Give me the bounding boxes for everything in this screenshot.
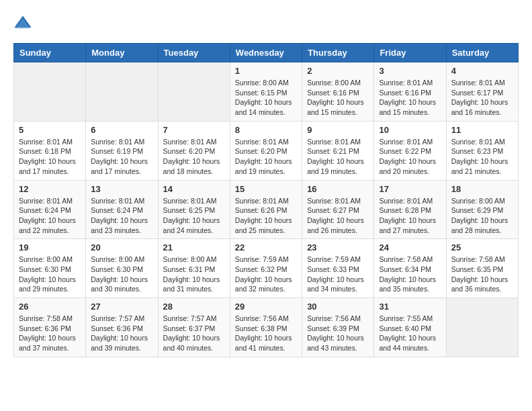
logo [13,13,35,32]
calendar-cell: 1Sunrise: 8:00 AMSunset: 6:15 PMDaylight… [230,62,302,122]
calendar-cell: 2Sunrise: 8:00 AMSunset: 6:16 PMDaylight… [302,62,374,122]
day-info: Sunrise: 7:55 AMSunset: 6:40 PMDaylight:… [379,314,441,353]
day-info: Sunrise: 8:01 AMSunset: 6:19 PMDaylight:… [91,137,152,177]
calendar-week-row: 26Sunrise: 7:58 AMSunset: 6:36 PMDayligh… [14,298,519,357]
day-number: 30 [307,302,369,312]
day-info: Sunrise: 8:00 AMSunset: 6:31 PMDaylight:… [163,255,225,294]
calendar-cell: 30Sunrise: 7:56 AMSunset: 6:39 PMDayligh… [302,298,374,357]
day-number: 12 [19,184,81,194]
day-info: Sunrise: 8:01 AMSunset: 6:22 PMDaylight:… [379,137,441,177]
calendar-cell [86,62,158,122]
calendar-cell: 4Sunrise: 8:01 AMSunset: 6:17 PMDaylight… [446,62,518,122]
calendar-cell: 3Sunrise: 8:01 AMSunset: 6:16 PMDaylight… [374,62,446,122]
calendar-cell: 14Sunrise: 8:01 AMSunset: 6:25 PMDayligh… [158,180,230,239]
day-info: Sunrise: 8:00 AMSunset: 6:15 PMDaylight:… [235,78,297,118]
day-info: Sunrise: 8:00 AMSunset: 6:29 PMDaylight:… [451,196,513,236]
day-info: Sunrise: 7:56 AMSunset: 6:39 PMDaylight:… [307,314,369,353]
day-number: 2 [307,66,369,76]
day-info: Sunrise: 7:59 AMSunset: 6:32 PMDaylight:… [235,255,297,294]
calendar-cell: 5Sunrise: 8:01 AMSunset: 6:18 PMDaylight… [14,121,86,180]
calendar-cell: 11Sunrise: 8:01 AMSunset: 6:23 PMDayligh… [446,121,518,180]
day-info: Sunrise: 7:58 AMSunset: 6:36 PMDaylight:… [19,314,81,353]
calendar-cell [158,62,230,122]
day-number: 9 [307,125,369,135]
calendar-cell: 17Sunrise: 8:01 AMSunset: 6:28 PMDayligh… [374,180,446,239]
day-info: Sunrise: 7:59 AMSunset: 6:33 PMDaylight:… [307,255,369,294]
weekday-header: Saturday [446,44,518,62]
day-number: 18 [451,184,513,194]
day-number: 15 [235,184,297,194]
day-info: Sunrise: 8:01 AMSunset: 6:20 PMDaylight:… [163,137,225,177]
calendar-cell: 31Sunrise: 7:55 AMSunset: 6:40 PMDayligh… [374,298,446,357]
calendar-cell: 28Sunrise: 7:57 AMSunset: 6:37 PMDayligh… [158,298,230,357]
day-number: 20 [91,242,152,253]
day-info: Sunrise: 8:01 AMSunset: 6:26 PMDaylight:… [235,196,297,236]
day-info: Sunrise: 8:01 AMSunset: 6:20 PMDaylight:… [235,137,297,177]
calendar-cell: 9Sunrise: 8:01 AMSunset: 6:21 PMDaylight… [302,121,374,180]
weekday-header: Monday [86,44,158,62]
day-number: 24 [379,242,441,253]
calendar-cell: 7Sunrise: 8:01 AMSunset: 6:20 PMDaylight… [158,121,230,180]
day-info: Sunrise: 8:01 AMSunset: 6:21 PMDaylight:… [307,137,369,177]
day-number: 21 [163,242,225,253]
day-number: 4 [451,66,513,76]
calendar-week-row: 19Sunrise: 8:00 AMSunset: 6:30 PMDayligh… [14,239,519,298]
day-info: Sunrise: 8:01 AMSunset: 6:17 PMDaylight:… [451,78,513,118]
day-info: Sunrise: 8:00 AMSunset: 6:16 PMDaylight:… [307,78,369,118]
day-info: Sunrise: 8:00 AMSunset: 6:30 PMDaylight:… [91,255,152,294]
calendar-cell: 15Sunrise: 8:01 AMSunset: 6:26 PMDayligh… [230,180,302,239]
weekday-header: Friday [374,44,446,62]
calendar-cell [14,62,86,122]
weekday-header: Sunday [14,44,86,62]
day-info: Sunrise: 7:56 AMSunset: 6:38 PMDaylight:… [235,314,297,353]
calendar-cell: 16Sunrise: 8:01 AMSunset: 6:27 PMDayligh… [302,180,374,239]
day-info: Sunrise: 7:57 AMSunset: 6:36 PMDaylight:… [91,314,152,353]
day-number: 28 [163,302,225,312]
day-number: 8 [235,125,297,135]
day-number: 25 [451,242,513,253]
day-number: 13 [91,184,152,194]
calendar-week-row: 5Sunrise: 8:01 AMSunset: 6:18 PMDaylight… [14,121,519,180]
day-number: 10 [379,125,441,135]
calendar-cell: 21Sunrise: 8:00 AMSunset: 6:31 PMDayligh… [158,239,230,298]
day-number: 14 [163,184,225,194]
day-info: Sunrise: 7:57 AMSunset: 6:37 PMDaylight:… [163,314,225,353]
day-info: Sunrise: 8:01 AMSunset: 6:18 PMDaylight:… [19,137,81,177]
day-info: Sunrise: 8:01 AMSunset: 6:28 PMDaylight:… [379,196,441,236]
day-number: 19 [19,242,81,253]
calendar-week-row: 12Sunrise: 8:01 AMSunset: 6:24 PMDayligh… [14,180,519,239]
day-number: 1 [235,66,297,76]
calendar-week-row: 1Sunrise: 8:00 AMSunset: 6:15 PMDaylight… [14,62,519,122]
day-info: Sunrise: 8:01 AMSunset: 6:27 PMDaylight:… [307,196,369,236]
day-info: Sunrise: 8:01 AMSunset: 6:23 PMDaylight:… [451,137,513,177]
calendar-cell [446,298,518,357]
calendar-cell: 23Sunrise: 7:59 AMSunset: 6:33 PMDayligh… [302,239,374,298]
day-number: 31 [379,302,441,312]
day-number: 22 [235,242,297,253]
calendar-table: SundayMondayTuesdayWednesdayThursdayFrid… [13,43,519,357]
calendar-cell: 13Sunrise: 8:01 AMSunset: 6:24 PMDayligh… [86,180,158,239]
day-number: 11 [451,125,513,135]
page-header [13,13,519,32]
weekday-header: Tuesday [158,44,230,62]
calendar-cell: 20Sunrise: 8:00 AMSunset: 6:30 PMDayligh… [86,239,158,298]
day-number: 17 [379,184,441,194]
calendar-cell: 29Sunrise: 7:56 AMSunset: 6:38 PMDayligh… [230,298,302,357]
calendar-cell: 12Sunrise: 8:01 AMSunset: 6:24 PMDayligh… [14,180,86,239]
calendar-cell: 10Sunrise: 8:01 AMSunset: 6:22 PMDayligh… [374,121,446,180]
logo-icon [13,13,32,32]
calendar-cell: 27Sunrise: 7:57 AMSunset: 6:36 PMDayligh… [86,298,158,357]
day-info: Sunrise: 8:01 AMSunset: 6:25 PMDaylight:… [163,196,225,236]
day-info: Sunrise: 8:01 AMSunset: 6:24 PMDaylight:… [19,196,81,236]
day-number: 23 [307,242,369,253]
calendar-cell: 8Sunrise: 8:01 AMSunset: 6:20 PMDaylight… [230,121,302,180]
day-info: Sunrise: 8:01 AMSunset: 6:24 PMDaylight:… [91,196,152,236]
calendar-header-row: SundayMondayTuesdayWednesdayThursdayFrid… [14,44,519,62]
day-info: Sunrise: 8:00 AMSunset: 6:30 PMDaylight:… [19,255,81,294]
calendar-cell: 19Sunrise: 8:00 AMSunset: 6:30 PMDayligh… [14,239,86,298]
day-info: Sunrise: 7:58 AMSunset: 6:35 PMDaylight:… [451,255,513,294]
day-number: 7 [163,125,225,135]
calendar-cell: 26Sunrise: 7:58 AMSunset: 6:36 PMDayligh… [14,298,86,357]
day-info: Sunrise: 7:58 AMSunset: 6:34 PMDaylight:… [379,255,441,294]
day-number: 27 [91,302,152,312]
